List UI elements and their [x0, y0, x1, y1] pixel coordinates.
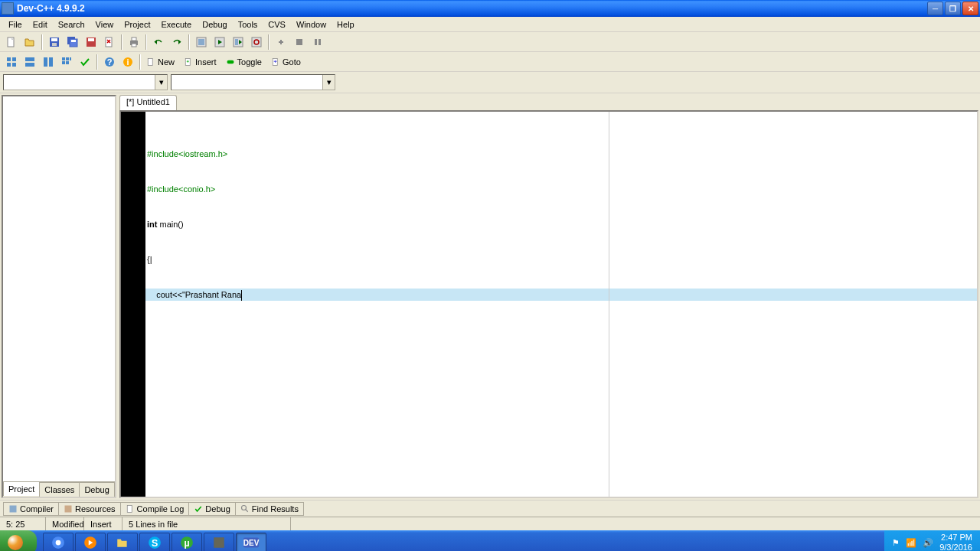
combo-row: ▾ ▾ — [0, 72, 980, 93]
tray-flag-icon[interactable]: ⚑ — [892, 538, 900, 548]
status-lines: 5 Lines in file — [122, 517, 291, 530]
svg-rect-26 — [12, 63, 16, 67]
tab-compile-log[interactable]: Compile Log — [120, 502, 190, 516]
start-button[interactable] — [0, 530, 37, 551]
rebuild-button[interactable] — [248, 34, 265, 51]
taskbar: S µ DEV ⚑ 📶 🔊 2:47 PM 9/3/2016 — [0, 530, 980, 551]
status-modified: Modified — [46, 517, 84, 530]
svg-text:µ: µ — [184, 538, 189, 549]
tab-find-results[interactable]: Find Results — [235, 502, 304, 516]
save-all-button[interactable] — [64, 34, 81, 51]
svg-rect-35 — [66, 61, 69, 64]
menubar: File Edit Search View Project Execute De… — [0, 17, 980, 32]
svg-text:i: i — [126, 57, 129, 67]
debug-button[interactable] — [273, 34, 289, 51]
tab-compiler[interactable]: Compiler — [3, 502, 59, 516]
close-file-button[interactable] — [101, 34, 118, 51]
svg-rect-32 — [66, 57, 69, 60]
grid1-button[interactable] — [3, 54, 20, 70]
compile-run-button[interactable] — [230, 34, 247, 51]
svg-rect-20 — [296, 39, 302, 45]
dropdown-icon[interactable]: ▾ — [155, 75, 167, 90]
svg-rect-25 — [7, 63, 11, 67]
combo-function[interactable]: ▾ — [171, 74, 335, 90]
menu-file[interactable]: File — [3, 18, 28, 31]
insert-labeled-button[interactable]: Insert — [181, 54, 222, 70]
task-explorer[interactable] — [107, 533, 138, 551]
menu-search[interactable]: Search — [53, 18, 90, 31]
check-button[interactable] — [77, 54, 93, 70]
compile-button[interactable] — [193, 34, 210, 51]
about-button[interactable]: i — [119, 54, 136, 70]
tray-volume-icon[interactable]: 🔊 — [923, 538, 933, 548]
svg-rect-24 — [12, 57, 16, 61]
save-project-button[interactable] — [83, 34, 100, 51]
menu-edit[interactable]: Edit — [28, 18, 53, 31]
svg-rect-21 — [315, 39, 317, 45]
print-button[interactable] — [126, 34, 142, 51]
menu-project[interactable]: Project — [119, 18, 155, 31]
svg-rect-18 — [252, 37, 261, 47]
toggle-labeled-button[interactable]: Toggle — [224, 54, 267, 70]
project-tree[interactable] — [3, 96, 115, 481]
maximize-button[interactable]: ❐ — [945, 2, 961, 15]
save-button[interactable] — [46, 34, 63, 51]
task-app[interactable] — [204, 533, 234, 551]
cursor-icon — [241, 290, 242, 301]
undo-button[interactable] — [150, 34, 167, 51]
svg-point-47 — [241, 505, 246, 510]
menu-tools[interactable]: Tools — [233, 18, 263, 31]
menu-help[interactable]: Help — [332, 18, 360, 31]
menu-debug[interactable]: Debug — [197, 18, 232, 31]
stop-button[interactable] — [291, 34, 308, 51]
close-button[interactable]: ✕ — [962, 2, 978, 15]
menu-execute[interactable]: Execute — [155, 18, 197, 31]
run-button[interactable] — [211, 34, 228, 51]
redo-button[interactable] — [168, 34, 185, 51]
code-main: main() — [157, 220, 183, 229]
combo-class-input[interactable] — [4, 78, 155, 87]
svg-rect-43 — [273, 58, 277, 65]
svg-rect-12 — [132, 44, 136, 47]
tab-classes[interactable]: Classes — [39, 482, 80, 497]
menu-view[interactable]: View — [90, 18, 119, 31]
menu-cvs[interactable]: CVS — [263, 18, 291, 31]
combo-class[interactable]: ▾ — [3, 74, 168, 90]
svg-text:?: ? — [107, 57, 113, 67]
task-skype[interactable]: S — [139, 533, 170, 551]
code-kw-int: int — [147, 220, 157, 229]
editor-tab-untitled[interactable]: [*] Untitled1 — [119, 95, 177, 110]
tab-debug-bottom[interactable]: Debug — [188, 502, 235, 516]
task-media[interactable] — [75, 533, 106, 551]
tray-clock[interactable]: 2:47 PM 9/3/2016 — [939, 533, 972, 551]
combo-function-input[interactable] — [172, 78, 322, 87]
svg-rect-33 — [70, 57, 71, 60]
systray: ⚑ 📶 🔊 2:47 PM 9/3/2016 — [884, 530, 980, 551]
toggle-label: Toggle — [237, 57, 262, 67]
goto-labeled-button[interactable]: Goto — [269, 54, 306, 70]
step-button[interactable] — [309, 34, 326, 51]
tray-network-icon[interactable]: 📶 — [906, 538, 916, 548]
dropdown-icon[interactable]: ▾ — [322, 75, 335, 90]
task-devcpp[interactable]: DEV — [236, 533, 266, 551]
svg-rect-11 — [132, 37, 136, 41]
grid2-button[interactable] — [21, 54, 38, 70]
help-button[interactable]: ? — [101, 54, 118, 70]
task-utorrent[interactable]: µ — [172, 533, 202, 551]
code-include2: #include<conio.h> — [147, 184, 215, 194]
minimize-button[interactable]: ─ — [927, 2, 943, 15]
new-file-button[interactable] — [3, 34, 20, 51]
tab-resources[interactable]: Resources — [58, 502, 121, 516]
svg-text:S: S — [152, 538, 158, 549]
code-editor[interactable]: #include<iostream.h> #include<conio.h> i… — [145, 112, 977, 497]
new-labeled-button[interactable]: New — [144, 54, 180, 70]
grid3-button[interactable] — [40, 54, 57, 70]
menu-window[interactable]: Window — [291, 18, 332, 31]
tab-project[interactable]: Project — [3, 481, 40, 496]
grid4-button[interactable] — [58, 54, 75, 70]
toolbar-secondary: ? i New Insert Toggle Goto — [0, 52, 980, 72]
task-chrome[interactable] — [43, 533, 74, 551]
tab-debug[interactable]: Debug — [79, 482, 114, 497]
svg-rect-8 — [88, 38, 94, 41]
open-button[interactable] — [21, 34, 38, 51]
